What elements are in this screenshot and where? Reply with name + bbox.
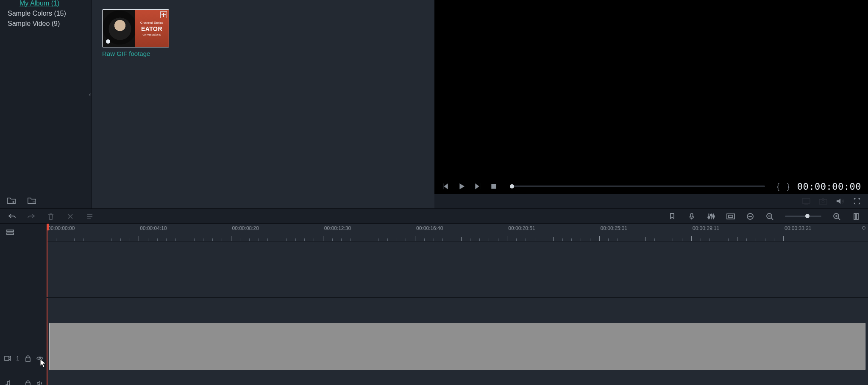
- sidebar-item-sample-colors[interactable]: Sample Colors (15): [0, 8, 92, 19]
- lock-icon[interactable]: [25, 355, 31, 362]
- play-button[interactable]: [457, 183, 466, 190]
- media-clip-label[interactable]: Raw GIF footage: [102, 50, 169, 57]
- ruler-label: 00:00:33:21: [785, 225, 811, 231]
- add-folder-icon[interactable]: [6, 196, 17, 205]
- svg-rect-8: [727, 214, 734, 219]
- zoom-in-button[interactable]: [832, 213, 841, 220]
- ruler-label: 00:00:00:00: [48, 225, 75, 231]
- svg-point-7: [712, 215, 714, 217]
- playhead-flag[interactable]: [47, 224, 49, 230]
- svg-rect-1: [802, 199, 810, 203]
- volume-icon[interactable]: [836, 197, 844, 205]
- thumb-text: Channel Series: [140, 21, 164, 25]
- preview-scrubber[interactable]: [510, 186, 765, 187]
- preview-viewport[interactable]: [434, 0, 868, 179]
- track-headers-body: 1: [0, 241, 47, 385]
- top-pane: My Album (1) Sample Colors (15) Sample V…: [0, 0, 868, 208]
- video-track-header[interactable]: 1: [0, 352, 47, 364]
- timeline-track-headers: 1: [0, 224, 47, 385]
- svg-point-5: [708, 216, 709, 218]
- sidebar-item-my-album[interactable]: My Album (1): [0, 0, 92, 8]
- svg-point-3: [822, 201, 824, 203]
- svg-rect-18: [26, 358, 30, 361]
- aspect-ratio-icon[interactable]: [726, 213, 735, 220]
- svg-rect-14: [857, 213, 858, 219]
- fullscreen-icon[interactable]: [853, 197, 861, 205]
- svg-rect-15: [7, 230, 14, 232]
- crop-button[interactable]: [86, 213, 94, 220]
- timeline-toolbar: [0, 208, 868, 224]
- audio-mixer-icon[interactable]: [707, 213, 715, 220]
- track-separator: [47, 373, 868, 373]
- visibility-icon[interactable]: [36, 355, 43, 362]
- ruler-label: 00:00:08:20: [232, 225, 259, 231]
- playback-quality-icon[interactable]: [802, 197, 810, 205]
- timeline-ruler[interactable]: 00:00:00:0000:00:04:1000:00:08:2000:00:1…: [47, 224, 868, 241]
- mark-in-icon[interactable]: {: [777, 182, 779, 191]
- transport-bar: { } 00:00:00:00: [434, 179, 868, 194]
- split-button[interactable]: [66, 213, 75, 220]
- thumb-text: EATOR: [141, 25, 162, 32]
- media-sidebar: My Album (1) Sample Colors (15) Sample V…: [0, 0, 92, 208]
- undo-button[interactable]: [8, 213, 16, 220]
- ruler-label: 00:00:12:30: [324, 225, 351, 231]
- svg-rect-13: [854, 213, 856, 219]
- collapse-sidebar-handle[interactable]: ‹: [89, 91, 91, 98]
- audio-track-header[interactable]: [0, 379, 47, 385]
- zoom-to-fit-button[interactable]: [852, 213, 860, 220]
- app-root: My Album (1) Sample Colors (15) Sample V…: [0, 0, 868, 385]
- sidebar-footer: [0, 191, 92, 208]
- marker-icon[interactable]: [668, 213, 676, 220]
- preview-controls: [434, 194, 868, 208]
- media-clip[interactable]: Channel Series EATOR conversations Raw G…: [102, 9, 169, 57]
- zoom-slider-knob[interactable]: [805, 214, 810, 218]
- video-track-icon: [4, 355, 11, 362]
- svg-rect-16: [7, 233, 14, 235]
- mark-out-icon[interactable]: }: [787, 182, 790, 191]
- record-voiceover-icon[interactable]: [687, 213, 696, 220]
- svg-point-6: [710, 214, 712, 216]
- svg-rect-20: [26, 383, 30, 385]
- video-clip-placeholder[interactable]: [49, 323, 865, 370]
- mute-icon[interactable]: [36, 380, 43, 385]
- manage-tracks-icon[interactable]: [6, 229, 14, 236]
- ruler-label: 00:00:29:11: [693, 225, 719, 231]
- media-browser: ‹ Channel Series EATOR conversations Raw…: [92, 0, 434, 208]
- sidebar-item-sample-video[interactable]: Sample Video (9): [0, 19, 92, 29]
- remove-folder-icon[interactable]: [26, 196, 37, 205]
- thumb-text: conversations: [142, 33, 161, 36]
- redo-button[interactable]: [27, 213, 36, 220]
- next-frame-button[interactable]: [473, 183, 482, 190]
- ruler-label: 00:00:04:10: [140, 225, 167, 231]
- preview-pane: { } 00:00:00:00: [434, 0, 868, 208]
- render-preview-icon[interactable]: [746, 213, 754, 220]
- clip-indicator-icon: [106, 39, 110, 44]
- prev-frame-button[interactable]: [441, 183, 450, 190]
- timeline-tracks[interactable]: [47, 241, 868, 385]
- sidebar-list: My Album (1) Sample Colors (15) Sample V…: [0, 0, 92, 191]
- scrubber-handle[interactable]: [510, 184, 514, 188]
- timeline-body[interactable]: 00:00:00:0000:00:04:1000:00:08:2000:00:1…: [47, 224, 868, 385]
- timeline-header-corner: [0, 224, 47, 241]
- timecode-display: 00:00:00:00: [797, 181, 861, 192]
- ruler-label: 00:00:25:01: [601, 225, 627, 231]
- ruler-end-marker[interactable]: [862, 226, 865, 230]
- svg-rect-2: [819, 199, 827, 204]
- media-clip-thumbnail[interactable]: Channel Series EATOR conversations: [102, 9, 169, 47]
- lock-icon[interactable]: [25, 380, 31, 385]
- snapshot-icon[interactable]: [819, 197, 827, 205]
- zoom-out-button[interactable]: [765, 213, 774, 220]
- svg-rect-4: [690, 213, 693, 217]
- track-separator: [47, 297, 868, 298]
- add-to-timeline-icon[interactable]: [160, 11, 167, 18]
- svg-point-19: [39, 357, 41, 359]
- delete-button[interactable]: [47, 213, 55, 220]
- track-number: 1: [16, 355, 19, 362]
- svg-rect-17: [5, 356, 9, 360]
- zoom-slider[interactable]: [785, 216, 821, 217]
- ruler-label: 00:00:16:40: [416, 225, 443, 231]
- svg-rect-9: [729, 215, 733, 218]
- timeline: 1 00:00:00:0000:00:04:1000:00:08:2000:00…: [0, 224, 868, 385]
- stop-button[interactable]: [490, 183, 498, 190]
- ruler-label: 00:00:20:51: [508, 225, 535, 231]
